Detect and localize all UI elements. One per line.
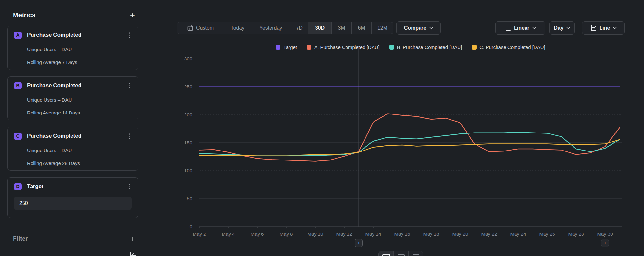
- metric-badge-a: A: [14, 32, 22, 39]
- collapse-sidebar-icon[interactable]: [129, 251, 137, 256]
- svg-text:May 24: May 24: [510, 231, 526, 237]
- metric-transform: Rolling Average 28 Days: [27, 160, 132, 166]
- svg-text:May 12: May 12: [336, 231, 352, 237]
- svg-text:0: 0: [190, 224, 192, 229]
- metric-badge-b: B: [14, 82, 22, 89]
- svg-text:200: 200: [184, 112, 192, 117]
- add-metric-button[interactable]: +: [130, 12, 135, 18]
- metric-title: Purchase Completed: [27, 32, 128, 38]
- svg-text:300: 300: [184, 56, 192, 61]
- metric-title: Purchase Completed: [27, 82, 128, 89]
- chart-size-control: [378, 251, 423, 256]
- sidebar-title: Metrics: [13, 12, 35, 19]
- metric-card-c[interactable]: C Purchase Completed Unique Users – DAU …: [7, 127, 138, 171]
- svg-text:1: 1: [604, 241, 606, 245]
- more-options-icon[interactable]: [128, 132, 132, 140]
- more-options-icon[interactable]: [128, 82, 132, 90]
- svg-text:May 4: May 4: [222, 231, 235, 237]
- target-value-input[interactable]: [14, 197, 132, 210]
- svg-text:May 10: May 10: [307, 231, 323, 237]
- metric-badge-c: C: [14, 133, 22, 140]
- svg-text:250: 250: [184, 84, 192, 89]
- metric-badge-d: D: [14, 183, 22, 190]
- svg-text:May 26: May 26: [539, 231, 555, 237]
- chart-size-medium-icon: [398, 254, 405, 256]
- svg-text:50: 50: [187, 196, 192, 201]
- svg-text:May 16: May 16: [394, 231, 410, 237]
- target-title: Target: [27, 183, 128, 190]
- svg-text:May 2: May 2: [193, 231, 206, 237]
- svg-text:1: 1: [357, 241, 360, 245]
- filter-section-title: Filter: [13, 235, 28, 242]
- add-filter-button[interactable]: +: [130, 235, 135, 242]
- svg-text:May 28: May 28: [568, 231, 584, 237]
- metric-card-b[interactable]: B Purchase Completed Unique Users – DAU …: [7, 76, 138, 120]
- svg-text:May 14: May 14: [365, 231, 381, 237]
- chart-size-large-icon: [382, 254, 390, 256]
- line-chart: 050100150200250300May 2May 4May 6May 8Ma…: [148, 0, 644, 256]
- chart-size-small-button[interactable]: [408, 251, 423, 256]
- divider: [0, 246, 148, 246]
- metrics-sidebar: Metrics + A Purchase Completed Unique Us…: [0, 0, 148, 256]
- svg-text:May 6: May 6: [251, 231, 264, 237]
- svg-text:May 30: May 30: [597, 231, 613, 237]
- svg-text:150: 150: [184, 140, 192, 145]
- more-options-icon[interactable]: [128, 31, 132, 39]
- metric-measure: Unique Users – DAU: [27, 97, 132, 103]
- more-options-icon[interactable]: [128, 183, 132, 191]
- metric-title: Purchase Completed: [27, 133, 128, 139]
- chart-size-medium-button[interactable]: [393, 251, 408, 256]
- svg-text:May 18: May 18: [423, 231, 439, 237]
- annotation-badge[interactable]: 1: [601, 239, 609, 247]
- svg-text:May 20: May 20: [452, 231, 468, 237]
- svg-text:100: 100: [184, 168, 192, 173]
- metric-transform: Rolling Average 7 Days: [27, 59, 132, 65]
- metric-measure: Unique Users – DAU: [27, 47, 132, 52]
- chart-size-large-button[interactable]: [379, 251, 393, 256]
- svg-text:May 8: May 8: [280, 231, 293, 237]
- metric-transform: Rolling Average 14 Days: [27, 110, 132, 115]
- target-card[interactable]: D Target: [7, 177, 138, 218]
- metric-measure: Unique Users – DAU: [27, 148, 132, 153]
- metric-card-a[interactable]: A Purchase Completed Unique Users – DAU …: [7, 26, 138, 70]
- chart-size-small-icon: [413, 254, 419, 256]
- annotation-badge[interactable]: 1: [355, 239, 363, 247]
- chart-panel: CustomTodayYesterday7D30D3M6M12M Compare…: [148, 0, 644, 256]
- svg-text:May 22: May 22: [481, 231, 497, 237]
